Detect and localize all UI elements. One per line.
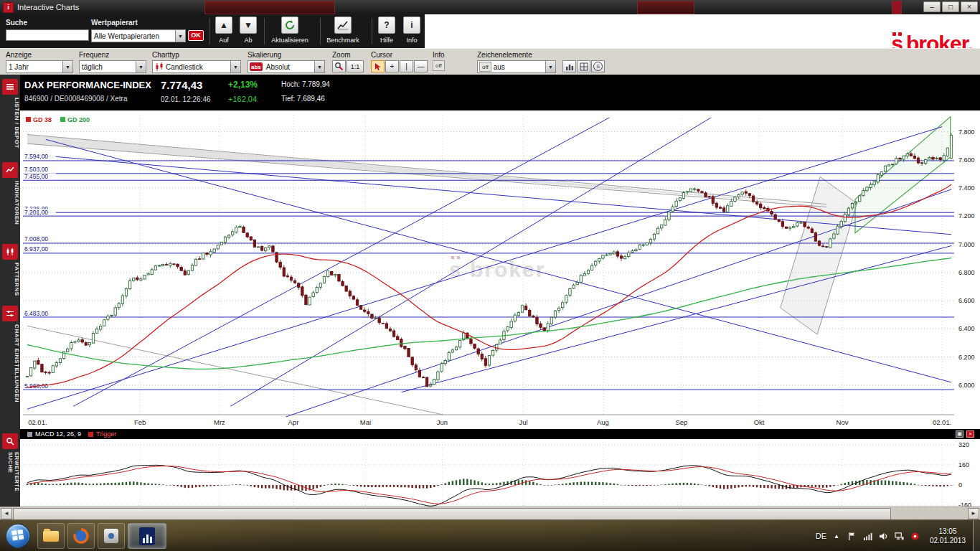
close-button[interactable]: × xyxy=(961,1,978,12)
tray-flag-icon[interactable] xyxy=(847,530,858,542)
scaling-label: Skalierung xyxy=(248,51,281,59)
clock-time: 13:05 xyxy=(930,527,966,537)
svg-text:6.483,00: 6.483,00 xyxy=(24,310,48,317)
price-chart[interactable]: 7.8007.6007.4007.2007.0006.8006.6006.400… xyxy=(20,110,980,429)
zoom-label: Zoom xyxy=(332,51,351,59)
sidebar-label-indikatoren[interactable]: INDIKATOREN xyxy=(0,181,20,244)
taskbar-explorer-button[interactable] xyxy=(37,523,65,549)
taskbar-firefox-button[interactable] xyxy=(67,523,95,549)
titlebar: i Interactive Charts – □ × xyxy=(0,0,980,14)
gd200-swatch-icon xyxy=(60,117,65,122)
chevron-down-icon[interactable]: ▼ xyxy=(136,61,146,72)
taskbar-interactive-charts-button[interactable] xyxy=(128,523,166,549)
s-circle-icon: S xyxy=(593,62,603,71)
charttype-value: Candlestick xyxy=(164,63,230,71)
macd-expand-icon-button[interactable]: ▣ xyxy=(956,430,963,438)
ok-button[interactable]: OK xyxy=(188,30,204,41)
security-type-label: Wertpapierart xyxy=(91,19,138,27)
logo-dots-icon xyxy=(892,32,896,36)
info-mode-button[interactable]: off xyxy=(433,60,445,71)
zoom-controls: 1:1 xyxy=(332,60,364,72)
display-label: Anzeige xyxy=(6,51,32,59)
info-button-label: Info xyxy=(399,37,425,44)
chevron-down-icon[interactable]: ▼ xyxy=(175,30,185,42)
display-dropdown[interactable]: 1 Jahr ▼ xyxy=(6,60,73,73)
scroll-right-button[interactable]: ► xyxy=(968,508,979,519)
background-window-fragment xyxy=(637,1,694,14)
sidebar-label-listen-depot[interactable]: LISTEN / DEPOT xyxy=(0,98,20,162)
macd-close-icon-button[interactable]: × xyxy=(966,430,974,438)
tray-expand-button[interactable]: ▲ xyxy=(834,533,839,540)
chevron-down-icon[interactable]: ▼ xyxy=(545,61,555,72)
tray-clock[interactable]: 13:05 02.01.2013 xyxy=(930,527,966,546)
sidebar-item-listen-depot[interactable] xyxy=(2,79,18,95)
chevron-down-icon[interactable]: ▼ xyxy=(230,61,240,72)
info-button[interactable]: i xyxy=(403,17,420,34)
macd-chart[interactable]: 3201600-160 xyxy=(20,439,980,507)
down-button[interactable]: ▼ xyxy=(240,17,257,34)
maximize-button[interactable]: □ xyxy=(942,1,959,12)
candlestick-icon xyxy=(155,62,164,72)
up-button[interactable]: ▲ xyxy=(215,17,232,34)
benchmark-button[interactable] xyxy=(334,17,352,34)
change-absolute: +162,04 xyxy=(228,95,257,103)
drawing-elements-dropdown[interactable]: off aus ▼ xyxy=(477,60,556,73)
legend-gd38: GD 38 xyxy=(26,116,52,123)
tray-network-icon[interactable] xyxy=(894,530,905,542)
messenger-icon xyxy=(104,529,118,543)
scroll-left-button[interactable]: ◄ xyxy=(1,508,12,519)
chart-legend: GD 38 GD 200 xyxy=(26,116,90,123)
clock-date: 02.01.2013 xyxy=(930,536,966,546)
minimize-button[interactable]: – xyxy=(923,1,941,12)
sidebar-item-patterns[interactable] xyxy=(2,244,18,260)
start-button[interactable] xyxy=(6,524,30,548)
chevron-down-icon[interactable]: ▼ xyxy=(314,61,324,72)
sidebar-item-indikatoren[interactable] xyxy=(2,162,18,178)
settings-sliders-icon xyxy=(6,309,14,318)
security-type-dropdown[interactable]: Alle Wertpapierarten ▼ xyxy=(91,29,186,42)
svg-text:7.594,00: 7.594,00 xyxy=(24,153,48,160)
high-label: Hoch: xyxy=(281,80,300,88)
chevron-down-icon[interactable]: ▼ xyxy=(62,61,72,72)
macd-swatch-icon xyxy=(27,432,32,437)
sidebar-label-patterns[interactable]: PATTERNS xyxy=(0,263,20,303)
help-button[interactable]: ? xyxy=(378,17,395,34)
frequency-dropdown[interactable]: täglich ▼ xyxy=(79,60,146,73)
cursor-cross-button[interactable]: + xyxy=(385,60,399,72)
cursor-arrow-button[interactable] xyxy=(371,60,385,72)
sidebar-item-erweiterte-suche[interactable] xyxy=(2,433,18,449)
sidebar-label-chart-einstellungen[interactable]: CHART EINSTELLUNGEN xyxy=(0,324,20,432)
refresh-button[interactable] xyxy=(281,17,298,34)
charttype-label: Charttyp xyxy=(152,51,179,59)
grid-tool-button[interactable] xyxy=(577,60,590,72)
svg-text:-160: -160 xyxy=(958,501,971,507)
taskbar-messenger-button[interactable] xyxy=(98,523,125,549)
zoom-ratio-button[interactable]: 1:1 xyxy=(347,60,364,72)
tray-security-icon[interactable] xyxy=(910,530,921,542)
toolbar-separator xyxy=(209,18,210,44)
s-circle-tool-button[interactable]: S xyxy=(591,60,605,72)
sidebar-label-erweiterte-suche[interactable]: ERWEITERTE SUCHE xyxy=(0,452,20,514)
scaling-dropdown[interactable]: abs Absolut ▼ xyxy=(248,60,325,73)
cursor-vline-button[interactable]: | xyxy=(400,60,413,72)
svg-text:Okt: Okt xyxy=(754,418,765,426)
low-row: Tief: 7.689,46 xyxy=(281,95,325,103)
search-input[interactable] xyxy=(6,29,89,41)
instrument-price: 7.774,43 xyxy=(161,79,202,91)
tray-volume-icon[interactable] xyxy=(878,530,890,542)
language-indicator[interactable]: DE xyxy=(816,532,826,540)
background-window-fragment xyxy=(892,1,902,14)
columns-tool-button[interactable] xyxy=(562,60,576,72)
legend-gd200: GD 200 xyxy=(60,116,90,123)
sidebar-item-chart-einstellungen[interactable] xyxy=(2,306,18,321)
indicator-icon xyxy=(6,166,14,174)
app-window: i Interactive Charts – □ × Suche Wertpap… xyxy=(0,0,980,551)
windows-flag-icon xyxy=(11,528,25,542)
show-desktop-button[interactable] xyxy=(973,520,980,551)
background-window-fragment xyxy=(204,1,335,14)
tray-signal-icon[interactable] xyxy=(862,530,874,542)
cursor-hline-button[interactable]: — xyxy=(414,60,428,72)
charttype-dropdown[interactable]: Candlestick ▼ xyxy=(152,60,241,73)
zoom-magnifier-button[interactable] xyxy=(332,60,346,72)
low-label: Tief: xyxy=(281,95,295,103)
